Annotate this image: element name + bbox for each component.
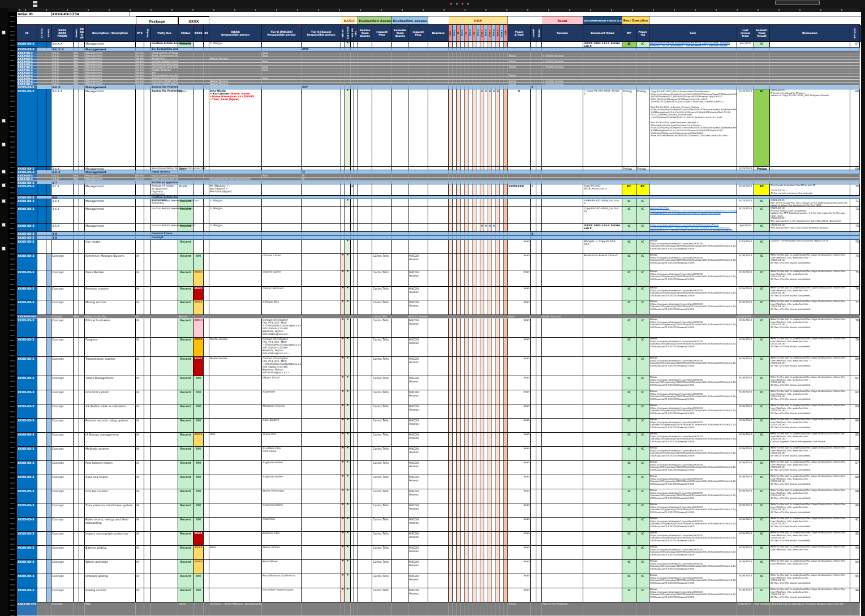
cell-p9[interactable] (484, 300, 488, 315)
cell-p11[interactable] (492, 447, 496, 461)
cell-sp2[interactable] (46, 357, 51, 376)
outline-button[interactable] (2, 143, 6, 147)
cell-status[interactable]: Recent (178, 475, 193, 489)
cell-mp[interactable] (622, 236, 636, 240)
cell-p2[interactable] (457, 357, 461, 376)
cell-desc[interactable]: Management (85, 199, 136, 207)
cell-disc[interactable]: Refer to the part is understood the stag… (770, 390, 850, 404)
cell-link[interactable]: Below: https://company.sharepoint.com/si… (649, 574, 737, 588)
cell-release[interactable] (542, 503, 583, 518)
cell-owner[interactable]: Iwan (508, 461, 531, 475)
cell-tier1[interactable] (209, 532, 262, 546)
cell-r2[interactable] (536, 270, 542, 287)
cell-p7[interactable] (476, 518, 480, 532)
cell-t2[interactable] (79, 433, 85, 447)
cell-ip[interactable]: IX (136, 489, 144, 503)
cell-release[interactable] (542, 170, 583, 174)
cell-r1[interactable] (531, 224, 536, 232)
cell-p6[interactable] (472, 42, 476, 48)
cell-release[interactable] (542, 85, 583, 89)
cell-t3[interactable] (144, 503, 151, 518)
cell-ea2[interactable]: MXCXX Assess (408, 433, 428, 447)
cell-p13[interactable] (500, 254, 504, 270)
cell-release[interactable] (542, 546, 583, 560)
cell-m2[interactable] (345, 602, 351, 616)
cell-t4[interactable] (204, 503, 209, 518)
cell-desc[interactable]: XX Station slide acceleration (85, 404, 136, 419)
cell-t2[interactable] (79, 546, 85, 560)
cell-m1[interactable]: ■ (341, 287, 345, 300)
cell-ev1[interactable] (358, 181, 372, 184)
cell-desc[interactable]: Wheel and blips (85, 560, 136, 574)
cell-p8[interactable] (480, 447, 484, 461)
cell-tier2[interactable] (262, 236, 302, 240)
cell-r2[interactable] (536, 419, 542, 433)
cell-tier3[interactable] (302, 236, 341, 240)
cell-p13[interactable] (500, 532, 504, 546)
cell-id[interactable]: XXXX-XX-3 (17, 475, 37, 489)
cell-p11[interactable]: ■ (492, 89, 496, 167)
cell-ea1[interactable] (392, 532, 408, 546)
cell-p5[interactable] (468, 404, 472, 419)
cell-base[interactable] (428, 588, 449, 602)
cell-r2[interactable] (536, 48, 542, 51)
cell-m1[interactable]: ■ (341, 390, 345, 404)
cell-p11[interactable] (492, 489, 496, 503)
cell-release[interactable] (542, 390, 583, 404)
cell-p4[interactable] (464, 475, 468, 489)
cell-r1[interactable]: X (531, 85, 536, 89)
cell-p9[interactable] (484, 236, 488, 240)
cell-pc[interactable]: IC (636, 475, 649, 489)
cell-date[interactable]: 3/10/2023 (737, 199, 754, 207)
cell-p13[interactable] (500, 89, 504, 167)
cell-code[interactable]: XM (193, 447, 204, 461)
cell-pc[interactable]: IC (636, 376, 649, 390)
cell-p1[interactable] (453, 224, 457, 232)
cell-p12[interactable] (496, 419, 500, 433)
cell-mp[interactable]: IC (622, 199, 636, 207)
cell-p3[interactable] (461, 240, 464, 254)
cell-ev2[interactable] (372, 89, 392, 167)
cell-p7[interactable] (476, 207, 480, 224)
cell-p8[interactable] (480, 503, 484, 518)
cell-p0[interactable]: · (449, 270, 453, 287)
cell-p10[interactable] (488, 475, 492, 489)
cell-base[interactable] (428, 184, 449, 196)
cell-party[interactable] (151, 560, 178, 574)
cell-ip[interactable]: IX (136, 357, 144, 376)
cell-m2[interactable] (345, 196, 351, 199)
cell-t1[interactable]: Gra (74, 315, 79, 318)
column-header-t1[interactable]: Xxxxxx (74, 25, 79, 42)
cell-disc[interactable]: Refer to the part is understood the stag… (770, 287, 850, 300)
cell-t4[interactable] (204, 574, 209, 588)
column-header-desc[interactable]: Description / Description (85, 25, 136, 42)
cell-sp1[interactable] (37, 518, 46, 532)
cell-id[interactable]: XXXX-XX-3 (17, 376, 37, 390)
cell-p13[interactable] (500, 602, 504, 616)
cell-p7[interactable] (476, 170, 480, 174)
column-header-t4[interactable]: XX (204, 25, 209, 42)
cell-owner[interactable] (508, 199, 531, 207)
cell-r1[interactable] (531, 489, 536, 503)
cell-t1[interactable] (74, 318, 79, 338)
cell-ev2[interactable] (372, 170, 392, 174)
cell-tier2[interactable] (262, 89, 302, 167)
cell-p2[interactable] (457, 300, 461, 315)
cell-t2[interactable] (79, 518, 85, 532)
cell-p3[interactable] (461, 357, 464, 376)
group-header-evaluation-assess[interactable]: Evaluation assess (392, 16, 428, 25)
outline-button[interactable] (2, 170, 6, 174)
cell-mp[interactable]: IC (622, 475, 636, 489)
cell-p3[interactable] (461, 503, 464, 518)
cell-release[interactable] (542, 376, 583, 390)
cell-p4[interactable] (464, 199, 468, 207)
cell-p6[interactable] (472, 300, 476, 315)
cell-tier3[interactable] (302, 419, 341, 433)
cell-p8[interactable] (480, 300, 484, 315)
cell-owner[interactable]: Iwan (508, 254, 531, 270)
cell-m4[interactable] (354, 404, 358, 419)
cell-p4[interactable] (464, 196, 468, 199)
cell-ip[interactable]: IX (136, 574, 144, 588)
cell-m4[interactable] (354, 300, 358, 315)
cell-r2[interactable] (536, 315, 542, 318)
